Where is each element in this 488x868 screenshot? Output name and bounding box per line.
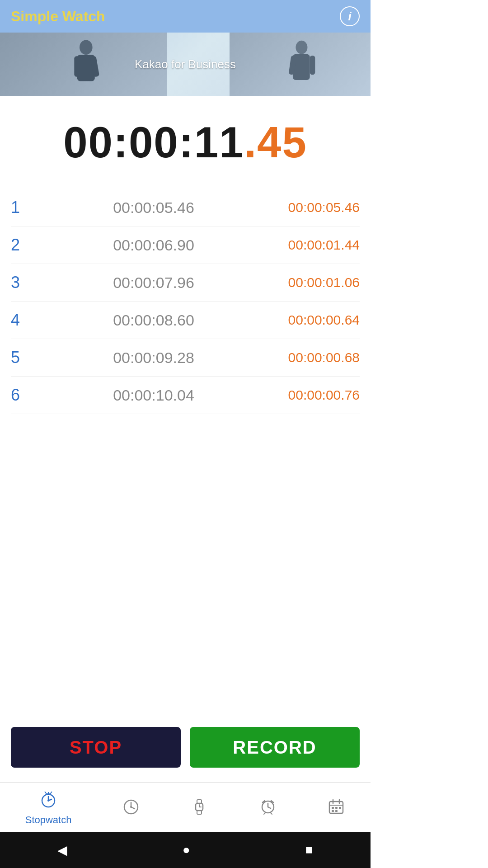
svg-rect-2 <box>74 56 80 77</box>
table-row: 100:00:05.4600:00:05.46 <box>11 189 360 226</box>
lap-total-time: 00:00:05.46 <box>38 199 269 217</box>
lap-total-time: 00:00:06.90 <box>38 236 269 254</box>
bottom-nav: Stopwatch <box>0 782 371 832</box>
table-row: 300:00:07.9600:00:01.06 <box>11 264 360 302</box>
nav-icon-3 <box>259 796 277 819</box>
nav-item-0[interactable]: Stopwatch <box>25 789 72 826</box>
svg-line-28 <box>268 807 271 808</box>
svg-point-4 <box>296 41 307 54</box>
timer-centiseconds: .45 <box>244 118 307 167</box>
svg-point-20 <box>130 806 132 808</box>
svg-rect-41 <box>335 810 338 812</box>
app-bar: Simple Watch i <box>0 0 371 33</box>
nav-item-4[interactable] <box>327 796 345 819</box>
lap-number: 5 <box>11 348 38 367</box>
nav-label-0: Stopwatch <box>25 814 72 826</box>
main-content: 00:00:11 .45 100:00:05.4600:00:05.46200:… <box>0 96 371 782</box>
table-row: 200:00:06.9000:00:01.44 <box>11 226 360 264</box>
lap-total-time: 00:00:07.96 <box>38 274 269 292</box>
nav-icon-0 <box>39 789 57 811</box>
svg-line-13 <box>50 792 52 794</box>
svg-rect-39 <box>339 807 341 809</box>
svg-point-15 <box>47 800 49 802</box>
info-icon[interactable]: i <box>340 6 360 26</box>
nav-item-2[interactable] <box>190 796 208 819</box>
lap-total-time: 00:00:10.04 <box>38 387 269 404</box>
svg-line-32 <box>271 813 272 814</box>
ad-banner[interactable]: Kakao for Business <box>0 33 371 96</box>
lap-split-time: 00:00:00.76 <box>269 387 360 403</box>
timer-main-time: 00:00:11 <box>63 118 244 167</box>
lap-total-time: 00:00:09.28 <box>38 349 269 367</box>
recents-button[interactable]: ■ <box>305 843 313 857</box>
action-buttons: STOP RECORD <box>0 712 371 782</box>
lap-number: 2 <box>11 236 38 255</box>
lap-split-time: 00:00:00.64 <box>269 312 360 328</box>
svg-rect-37 <box>332 807 334 809</box>
nav-icon-1 <box>122 796 140 819</box>
nav-item-1[interactable] <box>122 796 140 819</box>
svg-line-31 <box>264 813 265 814</box>
lap-number: 6 <box>11 386 38 405</box>
table-row: 400:00:08.6000:00:00.64 <box>11 302 360 339</box>
ad-person-right <box>241 37 359 96</box>
lap-split-time: 00:00:01.44 <box>269 237 360 253</box>
lap-total-time: 00:00:08.60 <box>38 311 269 329</box>
svg-rect-7 <box>310 56 315 75</box>
lap-list: 100:00:05.4600:00:05.46200:00:06.9000:00… <box>0 189 371 703</box>
svg-rect-38 <box>335 807 338 809</box>
record-button[interactable]: RECORD <box>190 727 360 768</box>
timer-display: 00:00:11 .45 <box>0 96 371 189</box>
ad-text: Kakao for Business <box>135 57 236 71</box>
table-row: 600:00:10.0400:00:00.76 <box>11 377 360 414</box>
back-button[interactable]: ◀ <box>57 843 67 858</box>
lap-split-time: 00:00:05.46 <box>269 200 360 215</box>
svg-line-12 <box>45 792 47 794</box>
nav-icon-4 <box>327 796 345 819</box>
system-nav: ◀ ● ■ <box>0 832 371 868</box>
svg-rect-40 <box>332 810 334 812</box>
lap-split-time: 00:00:00.68 <box>269 350 360 365</box>
nav-item-3[interactable] <box>259 796 277 819</box>
nav-icon-2 <box>190 796 208 819</box>
svg-point-0 <box>80 40 93 55</box>
lap-split-time: 00:00:01.06 <box>269 275 360 290</box>
lap-number: 4 <box>11 311 38 330</box>
lap-number: 3 <box>11 273 38 292</box>
table-row: 500:00:09.2800:00:00.68 <box>11 339 360 377</box>
app-title: Simple Watch <box>11 8 105 25</box>
home-button[interactable]: ● <box>183 843 190 857</box>
stop-button[interactable]: STOP <box>11 727 181 768</box>
lap-number: 1 <box>11 198 38 217</box>
